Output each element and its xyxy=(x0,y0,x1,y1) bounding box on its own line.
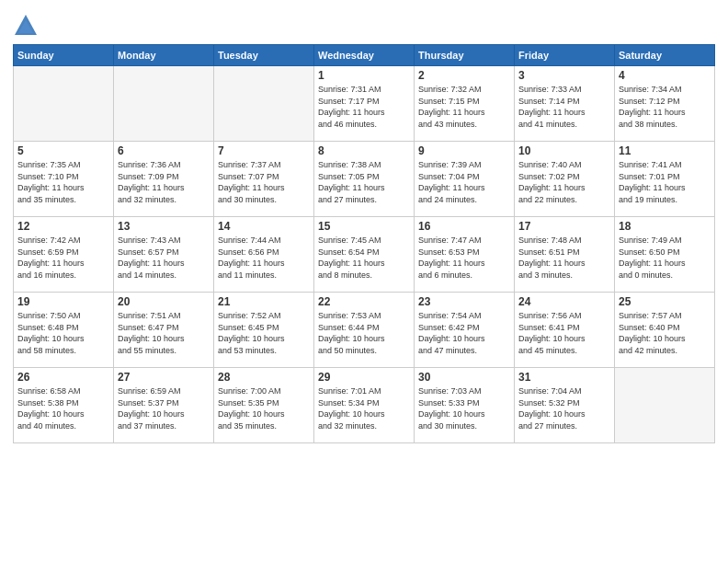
calendar-day-cell: 4Sunrise: 7:34 AM Sunset: 7:12 PM Daylig… xyxy=(615,66,715,142)
calendar-week-row: 12Sunrise: 7:42 AM Sunset: 6:59 PM Dayli… xyxy=(14,217,715,293)
calendar-day-cell: 12Sunrise: 7:42 AM Sunset: 6:59 PM Dayli… xyxy=(14,217,114,293)
day-number: 21 xyxy=(218,295,310,308)
day-info: Sunrise: 7:37 AM Sunset: 7:07 PM Dayligh… xyxy=(218,159,310,205)
day-number: 27 xyxy=(118,371,210,384)
calendar-week-row: 5Sunrise: 7:35 AM Sunset: 7:10 PM Daylig… xyxy=(14,142,715,217)
calendar-day-cell: 25Sunrise: 7:57 AM Sunset: 6:40 PM Dayli… xyxy=(615,293,715,368)
day-info: Sunrise: 7:53 AM Sunset: 6:44 PM Dayligh… xyxy=(318,310,410,356)
day-number: 6 xyxy=(118,144,210,157)
calendar-day-cell: 3Sunrise: 7:33 AM Sunset: 7:14 PM Daylig… xyxy=(515,66,615,142)
calendar-day-cell: 10Sunrise: 7:40 AM Sunset: 7:02 PM Dayli… xyxy=(515,142,615,217)
weekday-header: Saturday xyxy=(615,45,715,66)
day-number: 17 xyxy=(518,220,610,233)
day-info: Sunrise: 7:00 AM Sunset: 5:35 PM Dayligh… xyxy=(218,385,310,431)
day-number: 30 xyxy=(418,371,510,384)
calendar-day-cell: 7Sunrise: 7:37 AM Sunset: 7:07 PM Daylig… xyxy=(214,142,314,217)
day-number: 13 xyxy=(118,220,210,233)
day-info: Sunrise: 7:43 AM Sunset: 6:57 PM Dayligh… xyxy=(118,235,210,281)
calendar-day-cell: 5Sunrise: 7:35 AM Sunset: 7:10 PM Daylig… xyxy=(14,142,114,217)
day-number: 19 xyxy=(17,295,109,308)
calendar-day-cell: 23Sunrise: 7:54 AM Sunset: 6:42 PM Dayli… xyxy=(415,293,515,368)
calendar-week-row: 1Sunrise: 7:31 AM Sunset: 7:17 PM Daylig… xyxy=(14,66,715,142)
day-number: 22 xyxy=(318,295,410,308)
calendar-day-cell: 9Sunrise: 7:39 AM Sunset: 7:04 PM Daylig… xyxy=(415,142,515,217)
calendar-day-cell xyxy=(14,66,114,142)
calendar-day-cell: 14Sunrise: 7:44 AM Sunset: 6:56 PM Dayli… xyxy=(214,217,314,293)
calendar-day-cell: 27Sunrise: 6:59 AM Sunset: 5:37 PM Dayli… xyxy=(114,368,214,443)
calendar-day-cell: 31Sunrise: 7:04 AM Sunset: 5:32 PM Dayli… xyxy=(515,368,615,443)
calendar-day-cell: 29Sunrise: 7:01 AM Sunset: 5:34 PM Dayli… xyxy=(314,368,415,443)
calendar-week-row: 19Sunrise: 7:50 AM Sunset: 6:48 PM Dayli… xyxy=(14,293,715,368)
day-info: Sunrise: 6:58 AM Sunset: 5:38 PM Dayligh… xyxy=(17,385,109,431)
day-number: 31 xyxy=(518,371,610,384)
weekday-header: Sunday xyxy=(14,45,114,66)
day-info: Sunrise: 7:47 AM Sunset: 6:53 PM Dayligh… xyxy=(418,235,510,281)
calendar-day-cell: 11Sunrise: 7:41 AM Sunset: 7:01 PM Dayli… xyxy=(615,142,715,217)
day-info: Sunrise: 7:35 AM Sunset: 7:10 PM Dayligh… xyxy=(17,159,109,205)
day-number: 24 xyxy=(518,295,610,308)
calendar-day-cell: 16Sunrise: 7:47 AM Sunset: 6:53 PM Dayli… xyxy=(415,217,515,293)
day-info: Sunrise: 7:50 AM Sunset: 6:48 PM Dayligh… xyxy=(17,310,109,356)
day-info: Sunrise: 7:41 AM Sunset: 7:01 PM Dayligh… xyxy=(619,159,711,205)
calendar-day-cell: 30Sunrise: 7:03 AM Sunset: 5:33 PM Dayli… xyxy=(415,368,515,443)
day-number: 25 xyxy=(619,295,711,308)
day-number: 9 xyxy=(418,144,510,157)
day-info: Sunrise: 6:59 AM Sunset: 5:37 PM Dayligh… xyxy=(118,385,210,431)
weekday-header: Thursday xyxy=(415,45,515,66)
day-info: Sunrise: 7:42 AM Sunset: 6:59 PM Dayligh… xyxy=(17,235,109,281)
logo-icon xyxy=(13,13,39,39)
logo xyxy=(13,13,40,39)
day-info: Sunrise: 7:31 AM Sunset: 7:17 PM Dayligh… xyxy=(318,84,410,130)
calendar-day-cell: 28Sunrise: 7:00 AM Sunset: 5:35 PM Dayli… xyxy=(214,368,314,443)
calendar-day-cell: 8Sunrise: 7:38 AM Sunset: 7:05 PM Daylig… xyxy=(314,142,415,217)
day-info: Sunrise: 7:52 AM Sunset: 6:45 PM Dayligh… xyxy=(218,310,310,356)
calendar-table: SundayMondayTuesdayWednesdayThursdayFrid… xyxy=(13,44,715,443)
day-info: Sunrise: 7:03 AM Sunset: 5:33 PM Dayligh… xyxy=(418,385,510,431)
calendar-day-cell: 21Sunrise: 7:52 AM Sunset: 6:45 PM Dayli… xyxy=(214,293,314,368)
day-info: Sunrise: 7:34 AM Sunset: 7:12 PM Dayligh… xyxy=(619,84,711,130)
day-info: Sunrise: 7:54 AM Sunset: 6:42 PM Dayligh… xyxy=(418,310,510,356)
calendar-day-cell: 15Sunrise: 7:45 AM Sunset: 6:54 PM Dayli… xyxy=(314,217,415,293)
calendar-day-cell: 2Sunrise: 7:32 AM Sunset: 7:15 PM Daylig… xyxy=(415,66,515,142)
day-info: Sunrise: 7:49 AM Sunset: 6:50 PM Dayligh… xyxy=(619,235,711,281)
calendar-day-cell: 22Sunrise: 7:53 AM Sunset: 6:44 PM Dayli… xyxy=(314,293,415,368)
day-number: 11 xyxy=(619,144,711,157)
day-number: 4 xyxy=(619,69,711,82)
day-info: Sunrise: 7:44 AM Sunset: 6:56 PM Dayligh… xyxy=(218,235,310,281)
calendar-week-row: 26Sunrise: 6:58 AM Sunset: 5:38 PM Dayli… xyxy=(14,368,715,443)
day-info: Sunrise: 7:57 AM Sunset: 6:40 PM Dayligh… xyxy=(619,310,711,356)
calendar-day-cell: 20Sunrise: 7:51 AM Sunset: 6:47 PM Dayli… xyxy=(114,293,214,368)
weekday-header: Monday xyxy=(114,45,214,66)
weekday-header: Friday xyxy=(515,45,615,66)
day-number: 18 xyxy=(619,220,711,233)
day-info: Sunrise: 7:01 AM Sunset: 5:34 PM Dayligh… xyxy=(318,385,410,431)
calendar-day-cell: 1Sunrise: 7:31 AM Sunset: 7:17 PM Daylig… xyxy=(314,66,415,142)
calendar-day-cell: 18Sunrise: 7:49 AM Sunset: 6:50 PM Dayli… xyxy=(615,217,715,293)
weekday-header: Tuesday xyxy=(214,45,314,66)
day-info: Sunrise: 7:51 AM Sunset: 6:47 PM Dayligh… xyxy=(118,310,210,356)
calendar-day-cell: 13Sunrise: 7:43 AM Sunset: 6:57 PM Dayli… xyxy=(114,217,214,293)
weekday-header: Wednesday xyxy=(314,45,415,66)
day-info: Sunrise: 7:38 AM Sunset: 7:05 PM Dayligh… xyxy=(318,159,410,205)
calendar-day-cell: 19Sunrise: 7:50 AM Sunset: 6:48 PM Dayli… xyxy=(14,293,114,368)
day-number: 14 xyxy=(218,220,310,233)
day-info: Sunrise: 7:40 AM Sunset: 7:02 PM Dayligh… xyxy=(518,159,610,205)
day-number: 15 xyxy=(318,220,410,233)
day-number: 20 xyxy=(118,295,210,308)
calendar-page: SundayMondayTuesdayWednesdayThursdayFrid… xyxy=(0,0,728,563)
day-number: 12 xyxy=(17,220,109,233)
calendar-day-cell xyxy=(114,66,214,142)
day-number: 1 xyxy=(318,69,410,82)
day-info: Sunrise: 7:48 AM Sunset: 6:51 PM Dayligh… xyxy=(518,235,610,281)
day-info: Sunrise: 7:04 AM Sunset: 5:32 PM Dayligh… xyxy=(518,385,610,431)
day-info: Sunrise: 7:33 AM Sunset: 7:14 PM Dayligh… xyxy=(518,84,610,130)
header xyxy=(13,9,715,39)
day-number: 7 xyxy=(218,144,310,157)
day-info: Sunrise: 7:39 AM Sunset: 7:04 PM Dayligh… xyxy=(418,159,510,205)
calendar-day-cell xyxy=(214,66,314,142)
calendar-day-cell: 26Sunrise: 6:58 AM Sunset: 5:38 PM Dayli… xyxy=(14,368,114,443)
day-info: Sunrise: 7:32 AM Sunset: 7:15 PM Dayligh… xyxy=(418,84,510,130)
day-number: 16 xyxy=(418,220,510,233)
day-number: 23 xyxy=(418,295,510,308)
day-number: 8 xyxy=(318,144,410,157)
